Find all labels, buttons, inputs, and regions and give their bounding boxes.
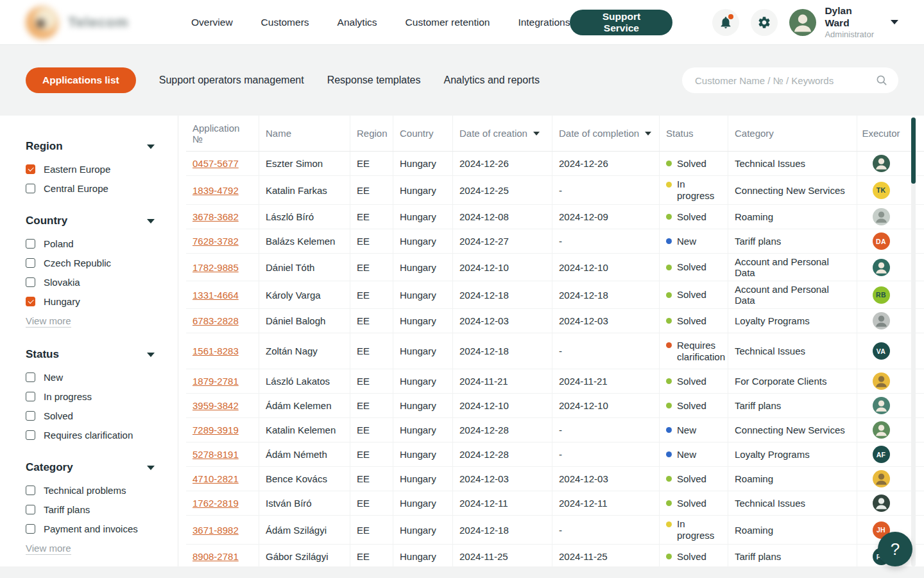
filter-option-central-europe[interactable]: Central Europe xyxy=(26,183,155,194)
executor-avatar-initials[interactable]: TK xyxy=(873,182,890,199)
tab-applications-list[interactable]: Applications list xyxy=(26,67,136,93)
application-number-link[interactable]: 3959-3842 xyxy=(193,400,239,411)
nav-item-analytics[interactable]: Analytics xyxy=(338,17,377,28)
filter-section-header-status[interactable]: Status xyxy=(26,348,155,361)
executor-avatar-photo[interactable] xyxy=(873,312,890,329)
help-button[interactable]: ? xyxy=(878,532,912,566)
checkbox-unchecked[interactable] xyxy=(26,430,35,440)
filter-option-requires-clarification[interactable]: Requires clarification xyxy=(26,430,155,441)
cell-date-of-creation-text: 2024-12-25 xyxy=(459,185,509,196)
checkbox-unchecked[interactable] xyxy=(26,277,35,287)
filter-option-payment-and-invoices[interactable]: Payment and invoices xyxy=(26,523,155,534)
cell-region-text: EE xyxy=(357,551,370,562)
nav-item-customer-retention[interactable]: Customer retention xyxy=(406,17,490,28)
search-box[interactable] xyxy=(682,67,898,93)
checkbox-unchecked[interactable] xyxy=(26,486,35,495)
executor-avatar-photo[interactable] xyxy=(873,470,890,487)
application-number-link[interactable]: 1762-2819 xyxy=(193,498,239,509)
application-number-link[interactable]: 4710-2821 xyxy=(193,473,239,484)
executor-avatar-photo[interactable] xyxy=(873,208,890,225)
application-number-link[interactable]: 3678-3682 xyxy=(193,211,239,222)
cell-status: Solved xyxy=(659,281,728,308)
scrollbar-thumb[interactable] xyxy=(911,118,916,184)
column-header-date-of-creation[interactable]: Date of creation xyxy=(452,116,552,151)
filter-option-in-progress[interactable]: In progress xyxy=(26,391,155,402)
executor-avatar-initials[interactable]: AF xyxy=(873,446,890,463)
application-number-link[interactable]: 7289-3919 xyxy=(193,425,239,435)
cell-region: EE xyxy=(350,442,393,466)
filter-option-tariff-plans[interactable]: Tariff plans xyxy=(26,504,155,515)
user-avatar[interactable] xyxy=(789,9,816,36)
application-number-link[interactable]: 1561-8283 xyxy=(193,346,239,356)
checkbox-unchecked[interactable] xyxy=(26,505,35,514)
status-label: Solved xyxy=(677,158,706,170)
filter-section-header-country[interactable]: Country xyxy=(26,215,155,227)
checkbox-unchecked[interactable] xyxy=(26,239,35,249)
application-number-link[interactable]: 7628-3782 xyxy=(193,236,239,247)
filter-option-solved[interactable]: Solved xyxy=(26,410,155,421)
application-number-link[interactable]: 6783-2828 xyxy=(193,315,239,326)
support-service-button[interactable]: Support Service xyxy=(570,10,672,35)
tab-support-operators-management[interactable]: Support operators management xyxy=(159,74,304,86)
executor-avatar-photo[interactable] xyxy=(873,421,890,439)
executor-avatar-photo[interactable] xyxy=(873,397,890,414)
checkbox-checked[interactable] xyxy=(26,297,35,306)
sort-descending-icon[interactable] xyxy=(533,132,540,136)
tab-response-templates[interactable]: Response templates xyxy=(327,74,421,86)
filter-option-label: Hungary xyxy=(44,296,80,307)
filter-option-czech-republic[interactable]: Czech Republic xyxy=(26,258,155,268)
nav-item-customers[interactable]: Customers xyxy=(261,17,309,28)
filter-option-slovakia[interactable]: Slovakia xyxy=(26,277,155,288)
search-icon[interactable] xyxy=(875,74,888,87)
cell-country: Hungary xyxy=(393,176,452,204)
executor-avatar-initials[interactable]: RB xyxy=(873,286,890,304)
application-number-link[interactable]: 1879-2781 xyxy=(193,376,239,387)
checkbox-unchecked[interactable] xyxy=(26,392,35,401)
scrollbar-track[interactable] xyxy=(911,117,916,566)
checkbox-checked[interactable] xyxy=(26,164,35,174)
nav-item-integrations[interactable]: Integrations xyxy=(518,17,570,28)
checkbox-unchecked[interactable] xyxy=(26,258,35,268)
filter-section-header-category[interactable]: Category xyxy=(26,461,155,474)
sort-descending-icon[interactable] xyxy=(645,132,651,136)
nav-item-overview[interactable]: Overview xyxy=(191,17,233,28)
executor-avatar-photo[interactable] xyxy=(873,495,890,512)
checkbox-unchecked[interactable] xyxy=(26,372,35,382)
filter-option-poland[interactable]: Poland xyxy=(26,238,155,249)
cell-category: Roaming xyxy=(728,205,857,229)
application-number-link[interactable]: 1331-4664 xyxy=(193,290,239,301)
notifications-button[interactable] xyxy=(712,9,739,36)
column-header-date-of-completion[interactable]: Date of completion xyxy=(552,116,659,151)
app-logo[interactable]: Telecom xyxy=(26,6,166,39)
filter-option-new[interactable]: New xyxy=(26,372,155,383)
status-dot-new xyxy=(666,451,672,457)
executor-avatar-photo[interactable] xyxy=(873,372,890,390)
executor-avatar-initials[interactable]: DA xyxy=(873,232,890,250)
user-menu-chevron-icon[interactable] xyxy=(891,20,898,24)
filter-option-eastern-europe[interactable]: Eastern Europe xyxy=(26,164,155,175)
application-number-link[interactable]: 8908-2781 xyxy=(193,551,239,562)
executor-avatar-initials[interactable]: VA xyxy=(873,342,890,360)
executor-avatar-photo[interactable] xyxy=(873,259,890,276)
person-photo-icon xyxy=(873,155,890,172)
filter-section-header-region[interactable]: Region xyxy=(26,140,155,153)
cell-date-of-completion-text: 2024-12-10 xyxy=(559,262,608,273)
application-number-link[interactable]: 3671-8982 xyxy=(193,525,239,536)
settings-button[interactable] xyxy=(751,9,778,36)
checkbox-unchecked[interactable] xyxy=(26,184,35,193)
application-number-link[interactable]: 1839-4792 xyxy=(193,185,239,196)
column-header-label: Date of completion xyxy=(559,128,639,139)
application-number-link[interactable]: 0457-5677 xyxy=(193,158,239,169)
application-number-link[interactable]: 1782-9885 xyxy=(193,262,239,273)
view-more-link[interactable]: View more xyxy=(26,315,71,328)
cell-country: Hungary xyxy=(393,205,452,229)
view-more-link[interactable]: View more xyxy=(26,543,71,555)
checkbox-unchecked[interactable] xyxy=(26,524,35,534)
search-input[interactable] xyxy=(695,75,875,86)
tab-analytics-and-reports[interactable]: Analytics and reports xyxy=(444,74,540,86)
executor-avatar-photo[interactable] xyxy=(873,155,890,172)
filter-option-hungary[interactable]: Hungary xyxy=(26,296,155,307)
checkbox-unchecked[interactable] xyxy=(26,411,35,421)
filter-option-technical-problems[interactable]: Technical problems xyxy=(26,485,155,496)
application-number-link[interactable]: 5278-8191 xyxy=(193,449,239,460)
